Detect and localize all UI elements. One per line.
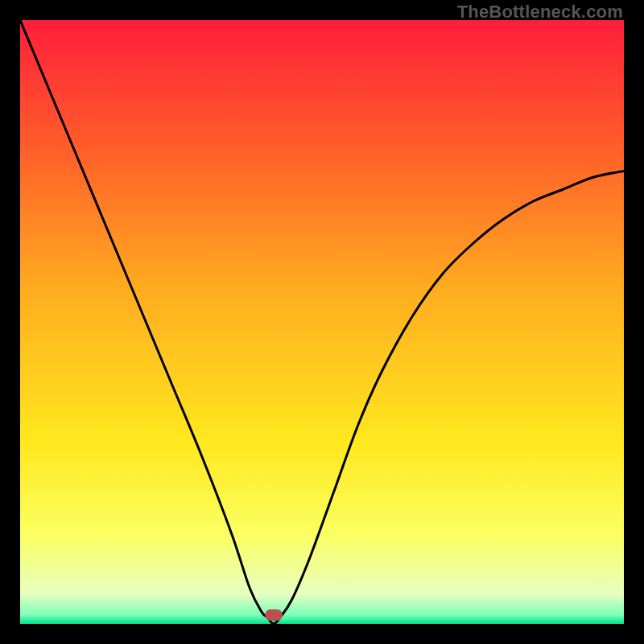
chart-svg	[20, 20, 624, 624]
chart-frame	[20, 20, 624, 624]
optimal-point-marker	[265, 609, 283, 621]
gradient-background	[20, 20, 624, 624]
watermark-text: TheBottleneck.com	[457, 2, 623, 23]
